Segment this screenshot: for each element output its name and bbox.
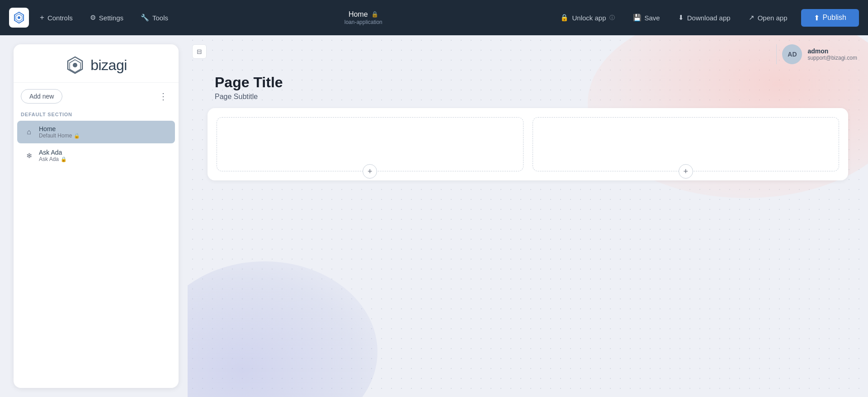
card-add-button-1[interactable]: +	[363, 164, 377, 179]
cards-container: + +	[208, 108, 848, 180]
bizagi-logo-text: bizagi	[90, 57, 127, 74]
download-icon: ⬇	[678, 14, 684, 22]
sidebar-logo-area: bizagi	[14, 44, 179, 83]
tools-label: Tools	[152, 14, 168, 22]
main-content: bizagi Add new ⋮ DEFAULT SECTION ⌂ Home …	[0, 35, 868, 397]
bizagi-logo-icon	[65, 55, 85, 75]
sidebar-card: bizagi Add new ⋮ DEFAULT SECTION ⌂ Home …	[14, 44, 179, 388]
card-slot-inner-1[interactable]	[217, 117, 524, 171]
add-new-button[interactable]: Add new	[21, 89, 62, 104]
page-title: Page Title	[215, 74, 854, 91]
download-app-button[interactable]: ⬇ Download app	[670, 10, 739, 25]
lock-icon: 🔒	[61, 156, 67, 162]
lock-icon: 🔒	[371, 11, 378, 18]
card-slot-2: +	[533, 117, 840, 171]
settings-label: Settings	[99, 14, 123, 22]
panel-toggle-icon: ⊟	[197, 48, 202, 55]
sidebar-item-ask-ada[interactable]: ❄ Ask Ada Ask Ada 🔒	[17, 144, 175, 167]
publish-icon: ⬆	[814, 14, 820, 22]
save-button[interactable]: 💾 Save	[625, 10, 668, 25]
panel-toggle-button[interactable]: ⊟	[192, 44, 207, 59]
card-slot-inner-2[interactable]	[533, 117, 840, 171]
lock-icon: 🔒	[74, 133, 80, 139]
default-section-label: DEFAULT SECTION	[14, 110, 179, 121]
home-icon: ⌂	[24, 128, 33, 136]
external-link-icon: ↗	[749, 14, 755, 22]
svg-point-0	[18, 16, 20, 19]
sidebar-item-ask-ada-text: Ask Ada Ask Ada 🔒	[39, 149, 67, 162]
plus-icon: +	[40, 13, 44, 22]
app-title: Home 🔒	[349, 10, 378, 19]
user-email: support@bizagi.com	[807, 55, 857, 61]
svg-point-1	[73, 63, 77, 67]
card-slot-1: +	[217, 117, 524, 171]
user-area: AD admon support@bizagi.com	[776, 44, 857, 64]
top-navigation: + Controls ⚙ Settings 🔧 Tools Home 🔒 loa…	[0, 0, 868, 35]
card-add-button-2[interactable]: +	[679, 164, 693, 179]
snowflake-icon: ❄	[24, 151, 33, 160]
save-icon: 💾	[633, 14, 642, 22]
tools-icon: 🔧	[141, 14, 149, 22]
canvas-inner: Page Title Page Subtitle + +	[188, 35, 868, 397]
unlock-app-button[interactable]: 🔒 Unlock app ⓘ	[552, 10, 623, 25]
publish-button[interactable]: ⬆ Publish	[801, 9, 859, 27]
open-app-button[interactable]: ↗ Open app	[741, 10, 796, 25]
page-subtitle: Page Subtitle	[215, 93, 854, 101]
canvas-area: ⊟ AD admon support@bizagi.com Page Title…	[188, 35, 868, 397]
user-info: admon support@bizagi.com	[807, 47, 857, 61]
settings-button[interactable]: ⚙ Settings	[84, 10, 130, 25]
user-name: admon	[807, 47, 857, 55]
nav-actions: 🔒 Unlock app ⓘ 💾 Save ⬇ Download app ↗ O…	[552, 9, 859, 27]
app-subtitle: loan-application	[344, 19, 382, 25]
app-logo	[9, 8, 29, 28]
lock-icon: 🔒	[560, 14, 569, 22]
tools-button[interactable]: 🔧 Tools	[134, 10, 175, 25]
divider	[776, 44, 777, 64]
bizagi-logo: bizagi	[65, 55, 127, 75]
page-header: Page Title Page Subtitle	[215, 74, 854, 101]
sidebar-item-home[interactable]: ⌂ Home Default Home 🔒	[17, 121, 175, 143]
left-panel: bizagi Add new ⋮ DEFAULT SECTION ⌂ Home …	[0, 35, 188, 397]
app-title-area: Home 🔒 loan-application	[179, 10, 547, 25]
more-options-button[interactable]: ⋮	[155, 89, 171, 104]
sidebar-toolbar: Add new ⋮	[14, 83, 179, 110]
avatar: AD	[782, 44, 802, 64]
controls-button[interactable]: + Controls	[33, 9, 79, 26]
sidebar-item-home-text: Home Default Home 🔒	[39, 125, 80, 139]
info-icon: ⓘ	[609, 14, 615, 22]
controls-label: Controls	[47, 14, 73, 22]
gear-icon: ⚙	[90, 14, 96, 22]
